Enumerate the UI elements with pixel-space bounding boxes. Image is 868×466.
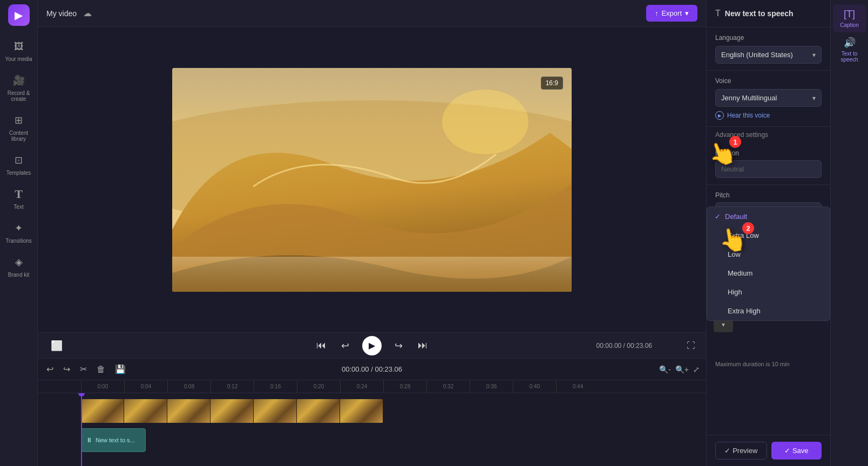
zoom-out-button[interactable]: 🔍- bbox=[659, 365, 671, 374]
play-button[interactable]: ▶ bbox=[362, 336, 382, 355]
content-area: 16:9 ? ▾ ⬜ ⏮ ↩ ▶ ↪ ⏭ 00:00.00 / 00:23.06… bbox=[38, 27, 706, 466]
thumbnail-3 bbox=[167, 399, 211, 423]
sidebar-item-transitions[interactable]: ✦ Transitions bbox=[2, 216, 36, 248]
pitch-option-low[interactable]: Low bbox=[707, 245, 830, 264]
sidebar-item-brand-kit[interactable]: ◈ Brand kit bbox=[2, 250, 36, 282]
playhead[interactable] bbox=[81, 393, 82, 466]
tts-header-icon: T bbox=[715, 9, 721, 18]
video-track bbox=[81, 398, 706, 424]
preview-area: 16:9 ? ▾ bbox=[38, 27, 706, 332]
voice-section: Voice Jenny Multilingual ▾ ▶ Hear this v… bbox=[707, 71, 830, 127]
caption-label: Caption bbox=[840, 22, 858, 28]
ruler-tick: 0:16 bbox=[254, 380, 297, 393]
templates-icon: ⊡ bbox=[11, 153, 26, 168]
advanced-settings-button[interactable]: Advanced settings bbox=[707, 127, 830, 143]
language-section: Language English (United States) ▾ bbox=[707, 28, 830, 71]
ruler-tick: 0:12 bbox=[211, 380, 254, 393]
video-clip[interactable] bbox=[81, 399, 383, 423]
tts-footer: ✓ Preview ✓ Save bbox=[707, 435, 830, 466]
pitch-dropdown: ✓ Default Extra Low Low Medium High E bbox=[707, 207, 830, 321]
redo-button[interactable]: ↪ bbox=[61, 362, 72, 376]
forward-button[interactable]: ↪ bbox=[392, 338, 405, 354]
fullscreen-button[interactable]: ⛶ bbox=[687, 341, 695, 351]
sidebar-item-text[interactable]: T Text bbox=[2, 182, 36, 214]
emotion-section: Emotion Neutral bbox=[707, 143, 830, 185]
project-title: My video bbox=[46, 9, 77, 18]
svg-point-3 bbox=[442, 90, 528, 154]
hear-voice-play-icon: ▶ bbox=[715, 111, 724, 120]
thumbnail-1 bbox=[81, 399, 124, 423]
save-button[interactable]: ✓ Save bbox=[771, 442, 822, 460]
voice-value: Jenny Multilingual bbox=[721, 94, 777, 102]
thumbnail-5 bbox=[254, 399, 297, 423]
ruler-tick: 0:32 bbox=[426, 380, 470, 393]
delete-button[interactable]: 🗑 bbox=[94, 362, 107, 376]
pitch-option-extra-high[interactable]: Extra High bbox=[707, 301, 830, 320]
zoom-in-button[interactable]: 🔍+ bbox=[675, 365, 689, 374]
tts-icon: 🔊 bbox=[844, 37, 856, 49]
language-label: Language bbox=[715, 34, 822, 42]
pitch-option-default[interactable]: ✓ Default bbox=[707, 207, 830, 226]
voice-chevron-icon: ▾ bbox=[812, 94, 816, 102]
caption-icon: [T] bbox=[844, 9, 855, 20]
pitch-option-extra-low[interactable]: Extra Low bbox=[707, 226, 830, 245]
sidebar-item-content-library[interactable]: ⊞ Content library bbox=[2, 108, 36, 146]
check-icon: ✓ bbox=[715, 213, 721, 221]
export-button[interactable]: ↑ Export ▾ bbox=[646, 5, 697, 22]
preview-button[interactable]: ✓ Preview bbox=[715, 442, 767, 460]
fit-button[interactable]: ⤢ bbox=[693, 365, 700, 374]
pitch-section: Pitch Default ▾ ✓ Default Extra Low Low … bbox=[707, 185, 830, 227]
sidebar-item-templates[interactable]: ⊡ Templates bbox=[2, 148, 36, 180]
ruler-tick: 0:44 bbox=[556, 380, 599, 393]
hear-voice-label: Hear this voice bbox=[727, 112, 770, 119]
tts-panel-title: New text to speech bbox=[725, 9, 794, 18]
emotion-label: Emotion bbox=[715, 149, 822, 157]
sidebar-item-your-media[interactable]: 🖼 Your media bbox=[2, 35, 36, 66]
max-duration-note: Maximum duration is 10 min bbox=[707, 357, 830, 372]
skip-end-button[interactable]: ⏭ bbox=[416, 338, 430, 353]
language-select[interactable]: English (United States) ▾ bbox=[715, 46, 822, 64]
preview-check-icon: ✓ bbox=[724, 447, 730, 455]
app-logo[interactable]: ▶ bbox=[8, 4, 30, 26]
video-preview: 16:9 bbox=[172, 68, 572, 292]
brand-kit-icon: ◈ bbox=[11, 255, 26, 270]
tts-clip[interactable]: ⏸ New text to s... bbox=[81, 428, 146, 452]
caption-toggle-button[interactable]: ⬜ bbox=[49, 338, 65, 354]
language-chevron-icon: ▾ bbox=[812, 51, 816, 59]
pitch-option-medium[interactable]: Medium bbox=[707, 264, 830, 283]
export-chevron-icon: ▾ bbox=[685, 9, 689, 17]
advanced-settings-label: Advanced settings bbox=[715, 131, 768, 139]
ruler-tick: 0:40 bbox=[513, 380, 556, 393]
language-value: English (United States) bbox=[721, 51, 793, 59]
your-media-icon: 🖼 bbox=[11, 39, 26, 54]
ruler-tick: 0:00 bbox=[81, 380, 124, 393]
undo-button[interactable]: ↩ bbox=[44, 362, 56, 376]
tts-clip-icon: ⏸ bbox=[86, 436, 92, 444]
sidebar-item-record-create[interactable]: 🎥 Record & create bbox=[2, 68, 36, 106]
caption-item-active[interactable]: [T] Caption bbox=[833, 4, 866, 32]
tts-track: ⏸ New text to s... bbox=[81, 427, 706, 454]
rewind-button[interactable]: ↩ bbox=[339, 338, 351, 354]
hear-voice-button[interactable]: ▶ Hear this voice bbox=[715, 111, 822, 120]
pitch-option-high[interactable]: High bbox=[707, 283, 830, 301]
content-library-icon: ⊞ bbox=[11, 113, 26, 128]
emotion-display: Neutral bbox=[715, 160, 822, 178]
tts-sidebar-item[interactable]: 🔊 New text to speech Text tospeech bbox=[833, 32, 866, 67]
tts-panel-header: T New text to speech bbox=[707, 0, 830, 28]
main-area: My video ☁ ↑ Export ▾ bbox=[38, 0, 706, 466]
thumbnail-4 bbox=[211, 399, 254, 423]
skip-start-button[interactable]: ⏮ bbox=[314, 338, 328, 353]
export-icon: ↑ bbox=[655, 9, 659, 17]
ruler-tick: 0:28 bbox=[383, 380, 426, 393]
timeline-area: ↩ ↪ ✂ 🗑 💾 00:00.00 / 00:23.06 🔍- 🔍+ ⤢ 0:… bbox=[38, 358, 706, 466]
autosave-icon: ☁ bbox=[83, 8, 92, 18]
save-check-icon: ✓ bbox=[784, 447, 790, 455]
aspect-ratio-button[interactable]: 16:9 bbox=[541, 77, 563, 90]
pitch-label: Pitch bbox=[715, 191, 822, 199]
voice-select[interactable]: Jenny Multilingual ▾ bbox=[715, 89, 822, 107]
ruler-tick: 0:08 bbox=[167, 380, 211, 393]
record-create-icon: 🎥 bbox=[11, 73, 26, 88]
timeline-ruler: 0:000:040:080:120:160:200:240:280:320:36… bbox=[38, 380, 706, 393]
cut-button[interactable]: ✂ bbox=[78, 362, 89, 376]
save-frame-button[interactable]: 💾 bbox=[113, 362, 128, 376]
